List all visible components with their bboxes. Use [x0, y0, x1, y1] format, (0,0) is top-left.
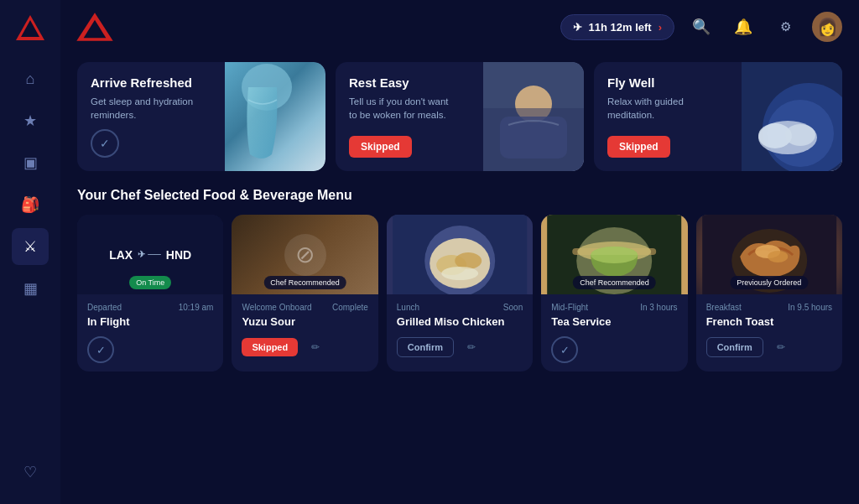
- chevron-right-icon: ›: [659, 21, 662, 34]
- in-flight-label: In Flight: [87, 315, 213, 328]
- arrive-refreshed-image: [225, 62, 325, 171]
- sidebar-item-home[interactable]: ⌂: [12, 60, 49, 97]
- french-toast-image: Previously Ordered: [696, 215, 842, 294]
- yuzu-meta: Welcome Onboard Complete: [242, 303, 367, 312]
- tea-meta: Mid-Flight In 3 hours: [551, 303, 677, 312]
- star-icon: ★: [23, 112, 37, 130]
- rest-easy-desc: Tell us if you don't want to be woken fo…: [349, 95, 458, 122]
- yuzu-card-body: Welcome Onboard Complete Yuzu Sour Skipp…: [232, 294, 377, 366]
- fly-well-skipped-button[interactable]: Skipped: [607, 136, 670, 158]
- french-toast-card: Previously Ordered Breakfast In 9.5 hour…: [696, 215, 842, 372]
- yuzu-sour-image: Chef Recommended: [232, 215, 377, 294]
- yuzu-skipped-button[interactable]: Skipped: [242, 338, 298, 356]
- svg-point-17: [441, 267, 478, 280]
- heart-icon: ♡: [23, 463, 37, 481]
- sidebar-item-dining[interactable]: ⚔: [12, 228, 49, 265]
- rest-easy-skipped-button[interactable]: Skipped: [349, 136, 412, 158]
- route-card-meta: Departed 10:19 am: [87, 303, 213, 312]
- feature-cards-row: Arrive Refreshed Get sleep and hydration…: [77, 62, 842, 171]
- miso-card-body: Lunch Soon Grilled Miso Chicken Confirm …: [387, 294, 533, 366]
- fly-well-image: [742, 62, 842, 171]
- arrive-refreshed-desc: Get sleep and hydration reminders.: [91, 95, 200, 122]
- toast-meta-right: In 9.5 hours: [788, 303, 832, 312]
- menu-cards-row: LAX ✈ ── HND On Time Departed 10:19 am I…: [77, 215, 842, 372]
- route-card-actions: ✓: [87, 336, 213, 363]
- home-icon: ⌂: [26, 70, 35, 88]
- sleeping-person-image: [483, 62, 584, 171]
- search-button[interactable]: 🔍: [686, 12, 716, 42]
- meta-departed-label: Departed: [87, 303, 122, 312]
- yuzu-actions: Skipped ✏: [242, 336, 367, 358]
- chicken-visual: [387, 215, 533, 294]
- miso-meta-right: Soon: [503, 303, 523, 312]
- miso-confirm-button[interactable]: Confirm: [397, 337, 454, 357]
- fly-well-card: Fly Well Relax with guided meditation. S…: [594, 62, 842, 171]
- sidebar: ⌂ ★ ▣ 🎒 ⚔ ▦ ♡: [0, 0, 60, 504]
- delta-logo: [14, 13, 46, 45]
- search-icon: 🔍: [692, 18, 711, 36]
- svg-rect-5: [483, 108, 584, 171]
- route-text: LAX ✈ ── HND: [109, 248, 191, 262]
- yuzu-edit-button[interactable]: ✏: [305, 336, 326, 358]
- sidebar-item-map[interactable]: ▦: [12, 270, 49, 307]
- route-card-body: Departed 10:19 am In Flight ✓: [77, 294, 223, 372]
- sidebar-nav-bottom: ♡: [12, 454, 49, 491]
- svg-point-11: [785, 124, 815, 146]
- route-from: LAX: [109, 248, 133, 262]
- main-content: ✈ 11h 12m left › 🔍 🔔 ⚙ 👩 A: [60, 0, 859, 504]
- chef-recommended-badge-yuzu: Chef Recommended: [263, 276, 346, 289]
- fly-well-desc: Relax with guided meditation.: [607, 95, 716, 122]
- water-glass-image: [225, 62, 325, 171]
- svg-point-23: [591, 247, 638, 263]
- menu-section-title: Your Chef Selected Food & Beverage Menu: [77, 188, 842, 203]
- miso-actions: Confirm ✏: [397, 336, 523, 358]
- sky-image: [742, 62, 842, 171]
- tea-check-button[interactable]: ✓: [551, 336, 578, 363]
- plane-route-icon: ✈ ──: [138, 249, 161, 260]
- tea-meta-left: Mid-Flight: [551, 303, 588, 312]
- svg-point-27: [768, 251, 788, 262]
- miso-chicken-card: Lunch Soon Grilled Miso Chicken Confirm …: [387, 215, 533, 372]
- tea-service-card: Chef Recommended Mid-Flight In 3 hours T…: [541, 215, 687, 372]
- flight-time-button[interactable]: ✈ 11h 12m left ›: [560, 14, 675, 40]
- on-time-badge: On Time: [129, 276, 171, 289]
- miso-edit-button[interactable]: ✏: [461, 336, 482, 358]
- plane-icon: ✈: [573, 21, 582, 34]
- toast-confirm-button[interactable]: Confirm: [706, 337, 763, 357]
- tv-icon: ▣: [23, 153, 38, 172]
- arrive-refreshed-card: Arrive Refreshed Get sleep and hydration…: [77, 62, 325, 171]
- miso-meta-left: Lunch: [397, 303, 419, 312]
- tea-card-body: Mid-Flight In 3 hours Tea Service ✓: [541, 294, 687, 372]
- settings-button[interactable]: ⚙: [770, 12, 800, 42]
- header: ✈ 11h 12m left › 🔍 🔔 ⚙ 👩: [60, 0, 859, 54]
- miso-chicken-image: [387, 215, 533, 294]
- tea-service-image: Chef Recommended: [541, 215, 687, 294]
- svg-point-16: [455, 252, 482, 269]
- toast-actions: Confirm ✏: [706, 336, 832, 358]
- sidebar-item-tv[interactable]: ▣: [12, 144, 49, 181]
- route-to: HND: [166, 248, 191, 262]
- chef-recommended-badge-tea: Chef Recommended: [573, 276, 656, 289]
- header-left: [74, 10, 116, 44]
- sidebar-item-heart[interactable]: ♡: [12, 454, 49, 491]
- header-right: ✈ 11h 12m left › 🔍 🔔 ⚙ 👩: [560, 12, 843, 42]
- yuzu-meta-left: Welcome Onboard: [242, 303, 311, 312]
- flight-time-label: 11h 12m left: [589, 21, 652, 34]
- user-avatar[interactable]: 👩: [812, 12, 842, 42]
- route-check-button[interactable]: ✓: [87, 336, 114, 363]
- bell-icon: 🔔: [734, 18, 752, 36]
- sidebar-item-favorites[interactable]: ★: [12, 102, 49, 139]
- tea-meta-right: In 3 hours: [640, 303, 677, 312]
- notifications-button[interactable]: 🔔: [728, 12, 758, 42]
- flight-route-card: LAX ✈ ── HND On Time Departed 10:19 am I…: [77, 215, 223, 372]
- arrive-refreshed-check-button[interactable]: ✓: [91, 129, 119, 158]
- tea-item-name: Tea Service: [551, 315, 677, 328]
- previously-ordered-badge: Previously Ordered: [730, 276, 808, 289]
- content-area: Arrive Refreshed Get sleep and hydration…: [60, 54, 859, 504]
- toast-edit-button[interactable]: ✏: [770, 336, 792, 358]
- miso-meta: Lunch Soon: [397, 303, 523, 312]
- toast-meta-left: Breakfast: [706, 303, 742, 312]
- sidebar-item-bag[interactable]: 🎒: [12, 186, 49, 223]
- toast-item-name: French Toast: [706, 315, 832, 328]
- tea-actions: ✓: [551, 336, 677, 363]
